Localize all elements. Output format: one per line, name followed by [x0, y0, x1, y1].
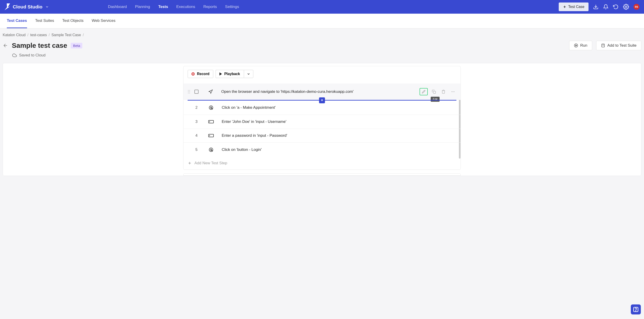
svg-point-15 — [190, 93, 190, 94]
step-number: 3 — [194, 119, 199, 124]
nav-dashboard[interactable]: Dashboard — [108, 5, 127, 9]
record-label: Record — [197, 72, 210, 76]
add-to-suite-label: Add to Test Suite — [608, 43, 636, 48]
avatar-initials: RS — [635, 6, 638, 8]
brand[interactable]: Cloud Studio — [4, 4, 49, 10]
beta-badge: Beta — [71, 43, 82, 49]
svg-point-11 — [190, 90, 190, 91]
svg-point-3 — [625, 6, 627, 8]
svg-point-19 — [453, 92, 454, 92]
plus-icon — [188, 161, 192, 165]
breadcrumb: Katalon Cloud / test-cases / Sample Test… — [3, 33, 641, 37]
brand-name: Cloud Studio — [13, 4, 42, 10]
content-area: Record Playback — [3, 63, 641, 176]
playback-button[interactable]: Playback — [216, 70, 244, 78]
nav-planning[interactable]: Planning — [135, 5, 150, 9]
chevron-down-icon[interactable] — [45, 5, 49, 9]
tab-web-services[interactable]: Web Services — [92, 14, 116, 28]
tab-test-cases[interactable]: Test Cases — [7, 14, 27, 28]
nav-tests[interactable]: Tests — [158, 5, 168, 9]
page-header: Katalon Cloud / test-cases / Sample Test… — [0, 29, 644, 63]
topbar-right: Test Case RS — [559, 3, 640, 11]
click-icon — [208, 147, 214, 152]
new-testcase-button[interactable]: Test Case — [559, 3, 588, 11]
svg-point-13 — [190, 92, 190, 92]
breadcrumb-item[interactable]: Sample Test Case — [52, 33, 81, 37]
history-icon[interactable] — [613, 4, 618, 10]
breadcrumb-separator: / — [28, 33, 28, 37]
step-row[interactable]: 4 Enter a password in 'input - Password' — [184, 129, 460, 143]
next-panel-peek — [183, 173, 461, 176]
step-row[interactable]: 3 Enter 'John Doe' in 'input - Username' — [184, 115, 460, 129]
title-actions: Run Add to Test Suite — [569, 41, 641, 50]
brand-logo-icon — [4, 4, 10, 10]
new-testcase-label: Test Case — [568, 5, 584, 9]
saved-label: Saved to Cloud — [19, 53, 46, 58]
more-step-button[interactable] — [450, 88, 456, 95]
add-step-button[interactable]: Add New Test Step — [184, 157, 460, 170]
download-icon[interactable] — [593, 4, 598, 10]
step-row[interactable]: 2 Click on 'a - Make Appointment' — [184, 101, 460, 115]
saved-status: Saved to Cloud — [12, 53, 641, 58]
test-steps-panel: Record Playback — [183, 66, 461, 170]
edit-step-button[interactable] — [420, 88, 428, 95]
step-text: Click on 'a - Make Appointment' — [222, 105, 456, 110]
playback-label: Playback — [224, 72, 240, 76]
gear-icon[interactable] — [623, 4, 629, 10]
add-to-suite-button[interactable]: Add to Test Suite — [596, 41, 641, 50]
back-arrow-icon[interactable] — [3, 43, 8, 48]
svg-point-14 — [188, 93, 189, 94]
step-actions — [420, 88, 456, 95]
input-icon — [208, 134, 214, 138]
delete-step-button[interactable] — [440, 88, 447, 95]
cloud-icon — [12, 53, 17, 58]
svg-point-20 — [454, 92, 454, 92]
tab-test-suites[interactable]: Test Suites — [35, 14, 54, 28]
chevron-down-icon — [247, 72, 250, 76]
nav-reports[interactable]: Reports — [203, 5, 217, 9]
add-step-label: Add New Test Step — [194, 161, 227, 165]
breadcrumb-folder[interactable]: test-cases — [30, 33, 47, 37]
copy-step-button[interactable] — [430, 88, 437, 95]
click-icon — [208, 105, 214, 110]
svg-rect-25 — [208, 134, 214, 137]
step-number: 4 — [194, 133, 199, 138]
steps-list: Open the browser and navigate to 'https:… — [184, 84, 460, 157]
step-text: Open the browser and navigate to 'https:… — [221, 89, 420, 94]
title-row: Sample test case Beta Run Add to Test Su… — [3, 41, 641, 50]
tab-test-objects[interactable]: Test Objects — [62, 14, 84, 28]
svg-rect-23 — [208, 120, 214, 123]
svg-marker-6 — [576, 45, 577, 46]
drag-handle-icon[interactable] — [188, 90, 191, 94]
step-text: Click on 'button - Login' — [222, 147, 456, 152]
page-title: Sample test case — [12, 42, 67, 49]
input-icon — [208, 120, 214, 124]
run-button[interactable]: Run — [569, 41, 592, 50]
svg-point-12 — [188, 92, 189, 92]
step-number: 2 — [194, 105, 199, 110]
svg-rect-17 — [434, 91, 436, 94]
svg-point-18 — [452, 92, 452, 92]
avatar[interactable]: RS — [634, 4, 640, 10]
svg-marker-16 — [209, 90, 212, 94]
playback-dropdown-button[interactable] — [244, 70, 253, 78]
record-icon — [192, 72, 195, 76]
navigate-icon — [208, 89, 214, 94]
step-text: Enter 'John Doe' in 'input - Username' — [222, 119, 456, 124]
topbar: Cloud Studio Dashboard Planning Tests Ex… — [0, 0, 644, 14]
subtabs: Test Cases Test Suites Test Objects Web … — [0, 14, 644, 29]
breadcrumb-separator: / — [49, 33, 50, 37]
top-nav: Dashboard Planning Tests Executions Repo… — [108, 5, 239, 9]
svg-point-10 — [188, 90, 189, 91]
nav-settings[interactable]: Settings — [225, 5, 239, 9]
step-text: Enter a password in 'input - Password' — [222, 133, 456, 138]
breadcrumb-root[interactable]: Katalon Cloud — [3, 33, 26, 37]
bell-icon[interactable] — [603, 4, 608, 10]
step-row[interactable]: 5 Click on 'button - Login' — [184, 143, 460, 157]
nav-executions[interactable]: Executions — [176, 5, 195, 9]
run-label: Run — [580, 43, 588, 48]
step-checkbox[interactable] — [194, 90, 198, 94]
step-number: 5 — [194, 147, 199, 152]
play-icon — [220, 72, 222, 76]
record-button[interactable]: Record — [188, 70, 213, 78]
